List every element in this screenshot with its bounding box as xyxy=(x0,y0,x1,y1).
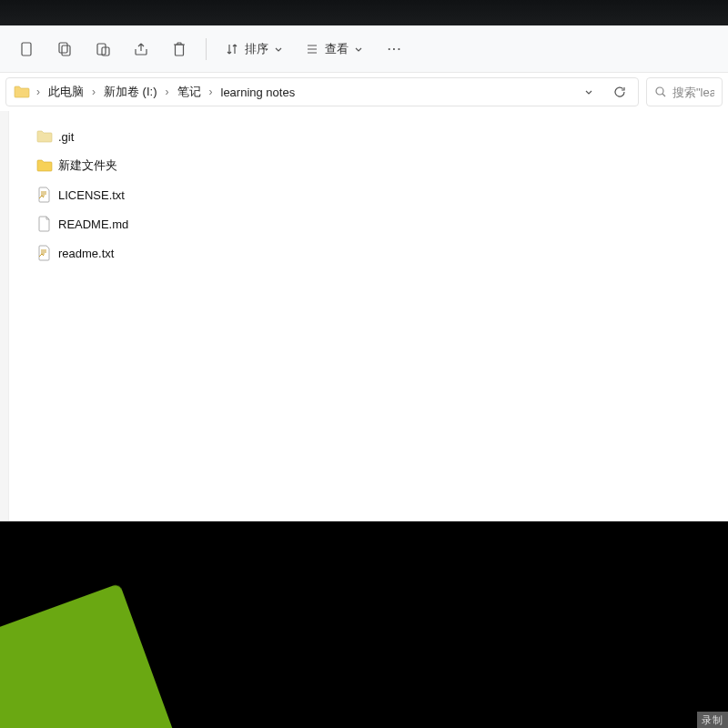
view-icon xyxy=(305,42,319,56)
delete-button[interactable] xyxy=(162,32,197,66)
recorder-label: 录制 xyxy=(702,713,723,727)
wallpaper-shape xyxy=(0,583,176,728)
folder-icon xyxy=(36,128,53,145)
search-icon xyxy=(654,86,667,98)
svg-rect-2 xyxy=(62,46,70,56)
list-item[interactable]: .git xyxy=(15,122,723,151)
address-row: › 此电脑 › 新加卷 (I:) › 笔记 › learning notes xyxy=(0,73,728,111)
sort-icon xyxy=(225,42,239,56)
sort-button[interactable]: 排序 xyxy=(216,32,292,66)
breadcrumb-item[interactable]: 笔记 xyxy=(172,79,207,105)
breadcrumb-item[interactable]: learning notes xyxy=(216,79,301,105)
list-item[interactable]: LICENSE.txt xyxy=(15,180,723,209)
breadcrumb-item[interactable]: 新加卷 (I:) xyxy=(98,79,163,105)
sort-label: 排序 xyxy=(245,41,268,57)
svg-rect-1 xyxy=(59,43,67,53)
list-item[interactable]: README.md xyxy=(15,209,723,238)
toolbar-separator xyxy=(206,38,207,60)
more-icon: ··· xyxy=(388,43,402,56)
file-list[interactable]: .git 新建文件夹 LICENSE.txt xyxy=(9,111,728,521)
breadcrumb-root-icon[interactable] xyxy=(10,79,34,105)
file-name: LICENSE.txt xyxy=(58,188,125,202)
cut-icon xyxy=(19,41,34,57)
file-name: README.md xyxy=(58,217,128,231)
paste-button[interactable] xyxy=(86,32,120,66)
file-icon xyxy=(36,216,53,232)
paste-icon xyxy=(95,41,111,57)
breadcrumb-actions xyxy=(576,79,632,105)
search-box[interactable] xyxy=(646,77,723,106)
list-item[interactable]: 新建文件夹 xyxy=(15,151,723,180)
desktop-background-top xyxy=(0,0,728,25)
refresh-button[interactable] xyxy=(607,79,632,105)
toolbar: 排序 查看 ··· xyxy=(0,25,728,73)
chevron-right-icon: › xyxy=(35,86,41,98)
body: .git 新建文件夹 LICENSE.txt xyxy=(0,111,728,521)
view-label: 查看 xyxy=(325,41,349,57)
file-name: 新建文件夹 xyxy=(58,157,117,174)
chevron-right-icon: › xyxy=(208,86,214,98)
file-name: .git xyxy=(58,130,74,144)
svg-point-6 xyxy=(656,87,663,95)
txt-file-icon xyxy=(36,187,53,203)
svg-rect-0 xyxy=(22,43,31,56)
copy-button[interactable] xyxy=(47,32,82,66)
file-name: readme.txt xyxy=(58,247,114,260)
svg-rect-5 xyxy=(176,45,184,56)
recorder-badge[interactable]: 录制 xyxy=(697,712,728,728)
trash-icon xyxy=(172,41,187,57)
share-button[interactable] xyxy=(124,32,158,66)
folder-icon xyxy=(36,157,53,174)
chevron-down-icon xyxy=(274,45,283,54)
copy-icon xyxy=(56,41,73,57)
nav-pane-edge[interactable] xyxy=(0,111,9,521)
explorer-window: 排序 查看 ··· xyxy=(0,25,728,521)
breadcrumb-item[interactable]: 此电脑 xyxy=(43,79,89,105)
view-button[interactable]: 查看 xyxy=(296,32,372,66)
more-button[interactable]: ··· xyxy=(376,32,414,66)
cut-button[interactable] xyxy=(9,32,44,66)
search-input[interactable] xyxy=(672,86,714,99)
breadcrumb[interactable]: › 此电脑 › 新加卷 (I:) › 笔记 › learning notes xyxy=(5,77,639,106)
desktop-background-bottom: 录制 xyxy=(0,521,728,728)
share-icon xyxy=(133,41,149,57)
chevron-right-icon: › xyxy=(91,86,96,98)
chevron-right-icon: › xyxy=(165,86,170,98)
txt-file-icon xyxy=(36,245,53,261)
chevron-down-icon xyxy=(354,45,363,54)
list-item[interactable]: readme.txt xyxy=(15,238,723,268)
breadcrumb-history-button[interactable] xyxy=(576,79,602,105)
